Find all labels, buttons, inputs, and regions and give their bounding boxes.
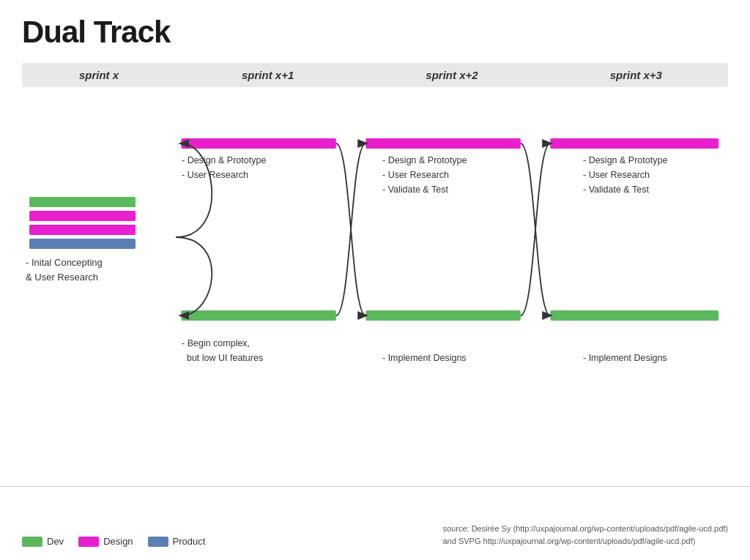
sprint1-dev-text2: but low UI features <box>182 351 343 365</box>
left-text-line2: & User Research <box>26 270 103 285</box>
legend-design: Design <box>78 536 133 547</box>
svg-rect-4 <box>365 310 520 321</box>
sprint1-bottom-text: - Begin complex, but low UI features <box>182 336 343 365</box>
legend-dev-box <box>22 537 42 547</box>
page-title: Dual Track <box>22 15 728 50</box>
left-bars <box>29 197 135 249</box>
source-text: source: Desirée Sy (http://uxpajournal.o… <box>443 523 729 547</box>
left-dev-bar <box>29 197 135 207</box>
sprints-area: - Design & Prototype - User Research - B… <box>176 94 728 431</box>
sprint-x2-header: sprint x+2 <box>360 69 543 81</box>
sprint3-impl-text: - Implement Designs <box>583 351 750 365</box>
sprint1-research-text: - User Research <box>182 168 343 182</box>
sprint1-design-text: - Design & Prototype <box>182 153 343 168</box>
legend-dev-label: Dev <box>47 536 64 547</box>
legend-design-box <box>78 537 99 547</box>
sprint-header-row: sprint x sprint x+1 sprint x+2 sprint x+… <box>22 63 728 87</box>
legend-product-label: Product <box>173 536 206 547</box>
sprint-x3-header: sprint x+3 <box>544 69 728 81</box>
svg-rect-0 <box>181 138 335 149</box>
sprint3-bottom-text: - Implement Designs <box>583 351 750 365</box>
legend-dev: Dev <box>22 536 64 547</box>
sprint3-validate-text: - Validate & Test <box>583 182 750 197</box>
sprint1-top-text: - Design & Prototype - User Research <box>182 153 343 182</box>
bottom-divider <box>0 486 750 487</box>
sprint3-research-text: - User Research <box>583 168 750 182</box>
legend-product: Product <box>148 536 206 547</box>
legend-product-box <box>148 537 168 547</box>
sprint2-bottom-text: - Implement Designs <box>382 351 543 365</box>
sprint-x-header: sprint x <box>22 69 176 81</box>
legend: Dev Design Product <box>22 536 205 547</box>
page: Dual Track sprint x sprint x+1 sprint x+… <box>0 0 750 560</box>
sprint3-design-text: - Design & Prototype <box>583 153 750 168</box>
sprint-x-col: - Inital Concepting & User Research <box>22 94 176 431</box>
sprint2-top-text: - Design & Prototype - User Research - V… <box>382 153 543 197</box>
sprint3-top-text: - Design & Prototype - User Research - V… <box>583 153 750 197</box>
sprint1-dev-text1: - Begin complex, <box>182 336 343 351</box>
legend-design-label: Design <box>103 536 133 547</box>
left-product-bar <box>29 239 135 249</box>
left-text-line1: - Inital Concepting <box>26 255 103 270</box>
left-text: - Inital Concepting & User Research <box>26 255 103 284</box>
svg-rect-5 <box>550 310 719 321</box>
sprint-x1-header: sprint x+1 <box>176 69 360 81</box>
source-line2: and SVPG http://uxpajournal.org/wp-conte… <box>443 535 729 548</box>
svg-rect-1 <box>365 138 520 149</box>
svg-rect-2 <box>550 138 719 149</box>
sprint2-research-text: - User Research <box>382 168 543 182</box>
left-design-bar1 <box>29 211 135 221</box>
sprint2-validate-text: - Validate & Test <box>382 182 543 197</box>
diagram-area: - Inital Concepting & User Research <box>22 94 728 431</box>
source-line1: source: Desirée Sy (http://uxpajournal.o… <box>443 523 729 535</box>
svg-rect-3 <box>181 310 335 321</box>
sprint2-impl-text: - Implement Designs <box>382 351 543 365</box>
sprint2-design-text: - Design & Prototype <box>382 153 543 168</box>
left-design-bar2 <box>29 225 135 235</box>
